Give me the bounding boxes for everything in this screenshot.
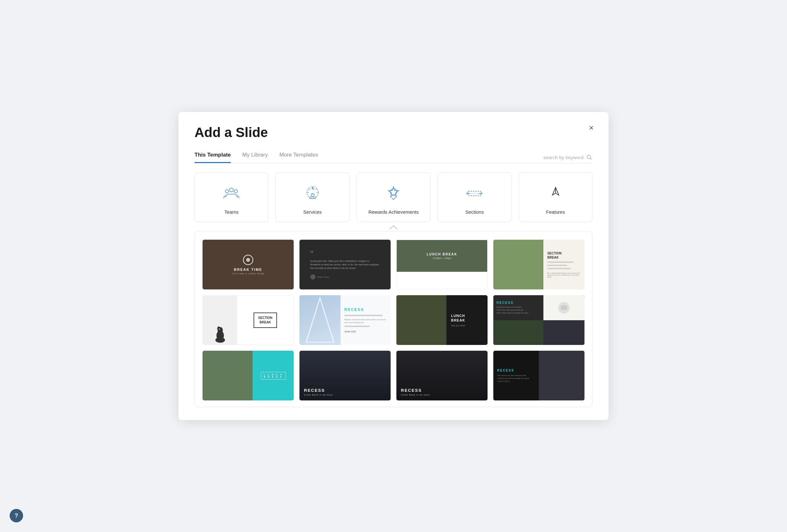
svg-line-8 <box>309 189 310 190</box>
tab-more-templates[interactable]: More Templates <box>279 152 318 163</box>
slide-thumb-recess-city[interactable]: RECESS Come Back in an Hour <box>397 351 488 401</box>
slide-thumb-recess-collage[interactable]: RECESS Please be back in 15 minutesThis … <box>493 295 584 345</box>
close-button[interactable]: × <box>589 124 594 132</box>
slide-thumb-section-beige[interactable]: SECTIONBREAK Be a plant-based green you … <box>493 240 584 290</box>
add-slide-modal: Add a Slide × This Template My Library M… <box>178 112 609 420</box>
slide-thumb-lunch-cyan[interactable]: L U N C HB R E A K <box>203 351 294 401</box>
slide-thumb-recess-light[interactable]: RECESS Majority of the best lorem title … <box>299 295 390 345</box>
category-card-services[interactable]: Services <box>275 172 349 222</box>
svg-marker-14 <box>388 187 399 197</box>
teams-icon <box>221 183 242 204</box>
svg-line-16 <box>391 198 394 199</box>
category-cards: Teams Services <box>194 172 593 222</box>
slide-thumb-break-time[interactable]: BREAK TIME Let's take a coffee break <box>203 240 294 290</box>
slide-thumb-recess-dark2[interactable]: RECESS The road to success and the roadt… <box>493 351 584 401</box>
features-icon <box>545 183 566 204</box>
section-arrow <box>194 225 593 230</box>
svg-point-3 <box>225 190 229 193</box>
svg-point-25 <box>217 326 219 331</box>
tab-this-template[interactable]: This Template <box>194 152 231 163</box>
svg-marker-27 <box>306 298 334 342</box>
modal-title: Add a Slide <box>194 125 593 140</box>
services-icon <box>302 183 323 204</box>
svg-line-1 <box>590 158 592 160</box>
search-area: search by keyword <box>544 154 593 161</box>
slide-thumb-recess-night[interactable]: RECESS Come Back in an Hour <box>299 351 390 401</box>
slide-thumb-lunch-dark[interactable]: LUNCHBREAK See you soon! <box>397 295 488 345</box>
rewards-icon <box>383 183 404 204</box>
tab-my-library[interactable]: My Library <box>242 152 268 163</box>
slide-thumb-section-white[interactable]: SECTIONBREAK <box>203 295 294 345</box>
category-card-features[interactable]: Features <box>519 172 593 222</box>
help-button[interactable]: ? <box>9 509 23 523</box>
svg-point-15 <box>390 189 397 195</box>
category-label-sections: Sections <box>465 209 484 215</box>
svg-point-4 <box>234 190 237 193</box>
slides-grid-container: BREAK TIME Let's take a coffee break " Q… <box>194 231 593 407</box>
svg-point-26 <box>218 328 219 329</box>
svg-line-29 <box>306 298 320 342</box>
category-card-sections[interactable]: Sections <box>438 172 511 222</box>
svg-line-28 <box>320 298 334 342</box>
svg-point-0 <box>587 155 591 158</box>
svg-point-2 <box>230 188 233 192</box>
category-label-features: Features <box>546 209 565 215</box>
category-card-rewards[interactable]: Rewards Achievements <box>357 172 430 222</box>
category-label-teams: Teams <box>225 209 238 215</box>
category-label-rewards: Rewards Achievements <box>368 209 419 215</box>
category-label-services: Services <box>303 209 322 215</box>
search-icon[interactable] <box>586 154 593 161</box>
slide-thumb-lunch-light[interactable]: LUNCH BREAK 12:30pm – 1:00pm <box>397 240 488 290</box>
svg-line-17 <box>394 198 396 199</box>
svg-line-9 <box>315 189 317 190</box>
category-card-teams[interactable]: Teams <box>194 172 268 222</box>
tab-bar: This Template My Library More Templates … <box>194 152 593 163</box>
search-label: search by keyword <box>544 155 583 160</box>
sections-icon <box>464 183 485 204</box>
slides-grid: BREAK TIME Let's take a coffee break " Q… <box>203 240 584 401</box>
slide-thumb-quote-dark[interactable]: " Quote goes here. Make your life a mast… <box>299 240 390 290</box>
